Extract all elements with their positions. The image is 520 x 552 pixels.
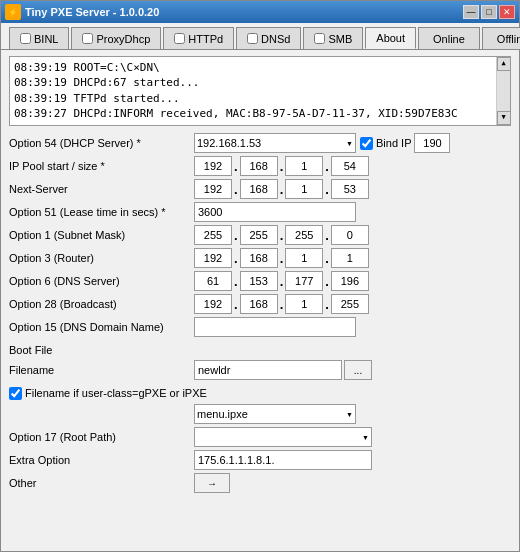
opt3-octet-d[interactable]	[331, 248, 369, 268]
bind-ip-checkbox[interactable]	[360, 137, 373, 150]
opt54-row: Option 54 (DHCP Server) * 192.168.1.53 B…	[9, 132, 511, 154]
tab-httpd[interactable]: HTTPd	[163, 27, 234, 49]
nextserver-octet-b[interactable]	[240, 179, 278, 199]
opt51-input[interactable]	[194, 202, 356, 222]
opt6-ip-group: . . .	[194, 271, 369, 291]
tab-offline[interactable]: Offline	[482, 27, 520, 49]
ip-dot-3: .	[325, 159, 329, 174]
ip-dot-5: .	[280, 182, 284, 197]
scroll-up-button[interactable]: ▲	[497, 57, 511, 71]
opt6-octet-b[interactable]	[240, 271, 278, 291]
menu-dropdown-wrapper: menu.ipxe	[194, 404, 356, 424]
scroll-thumb[interactable]	[497, 71, 510, 111]
ippool-octet-a[interactable]	[194, 156, 232, 176]
opt3-octet-c[interactable]	[285, 248, 323, 268]
smb-checkbox[interactable]	[314, 33, 325, 44]
minimize-button[interactable]: —	[463, 5, 479, 19]
binl-checkbox[interactable]	[20, 33, 31, 44]
opt28-octet-a[interactable]	[194, 294, 232, 314]
opt3-octet-a[interactable]	[194, 248, 232, 268]
httpd-checkbox[interactable]	[174, 33, 185, 44]
bind-ip-input[interactable]	[414, 133, 450, 153]
nextserver-row: Next-Server . . .	[9, 178, 511, 200]
tab-httpd-label: HTTPd	[188, 33, 223, 45]
opt54-select[interactable]: 192.168.1.53	[194, 133, 356, 153]
log-line: 08:39:19 ROOT=C:\C×DN\	[14, 60, 490, 75]
window-title: Tiny PXE Server - 1.0.0.20	[25, 6, 159, 18]
opt17-row: Option 17 (Root Path)	[9, 426, 511, 448]
tab-offline-label: Offline	[497, 33, 520, 45]
opt28-octet-c[interactable]	[285, 294, 323, 314]
opt54-dropdown-wrapper: 192.168.1.53	[194, 133, 356, 153]
filename-input[interactable]	[194, 360, 342, 380]
nextserver-octet-d[interactable]	[331, 179, 369, 199]
opt6-row: Option 6 (DNS Server) . . .	[9, 270, 511, 292]
tab-binl[interactable]: BINL	[9, 27, 69, 49]
opt28-label: Option 28 (Broadcast)	[9, 298, 194, 310]
opt3-ip-group: . . .	[194, 248, 369, 268]
opt6-label: Option 6 (DNS Server)	[9, 275, 194, 287]
other-arrow-icon: →	[207, 478, 217, 489]
extra-label: Extra Option	[9, 454, 194, 466]
log-content: 08:39:19 ROOT=C:\C×DN\08:39:19 DHCPd:67 …	[14, 60, 506, 122]
opt1-octet-b[interactable]	[240, 225, 278, 245]
opt3-octet-b[interactable]	[240, 248, 278, 268]
opt51-label: Option 51 (Lease time in secs) *	[9, 206, 194, 218]
opt15-input[interactable]	[194, 317, 356, 337]
opt1-octet-a[interactable]	[194, 225, 232, 245]
ip-dot-4: .	[234, 182, 238, 197]
opt28-octet-d[interactable]	[331, 294, 369, 314]
tab-about[interactable]: About	[365, 27, 416, 49]
opt15-row: Option 15 (DNS Domain Name)	[9, 316, 511, 338]
boot-file-label: Boot File	[9, 344, 52, 356]
scroll-down-button[interactable]: ▼	[497, 111, 511, 125]
opt1-octet-c[interactable]	[285, 225, 323, 245]
extra-row: Extra Option	[9, 449, 511, 471]
filename-row: Filename ...	[9, 359, 511, 381]
close-button[interactable]: ✕	[499, 5, 515, 19]
opt17-dropdown-wrapper	[194, 427, 372, 447]
tab-online[interactable]: Online	[418, 27, 480, 49]
tab-bar: BINL ProxyDhcp HTTPd DNSd SMB About Onli…	[1, 23, 519, 49]
bind-ip-label: Bind IP	[376, 137, 411, 149]
app-icon: ⚡	[5, 4, 21, 20]
log-line: 08:39:19 DHCPd:67 started...	[14, 75, 490, 90]
other-label: Other	[9, 477, 194, 489]
opt6-octet-c[interactable]	[285, 271, 323, 291]
extra-input[interactable]	[194, 450, 372, 470]
maximize-button[interactable]: □	[481, 5, 497, 19]
cb-filename-checkbox[interactable]	[9, 387, 22, 400]
proxydhcp-checkbox[interactable]	[82, 33, 93, 44]
opt15-label: Option 15 (DNS Domain Name)	[9, 321, 194, 333]
opt28-octet-b[interactable]	[240, 294, 278, 314]
log-box: 08:39:19 ROOT=C:\C×DN\08:39:19 DHCPd:67 …	[9, 56, 511, 126]
ippool-octet-d[interactable]	[331, 156, 369, 176]
tab-dnsd[interactable]: DNSd	[236, 27, 301, 49]
cb-filename-row: Filename if user-class=gPXE or iPXE	[9, 382, 511, 404]
menu-select[interactable]: menu.ipxe	[194, 404, 356, 424]
opt28-row: Option 28 (Broadcast) . . .	[9, 293, 511, 315]
nextserver-label: Next-Server	[9, 183, 194, 195]
browse-button[interactable]: ...	[344, 360, 372, 380]
content-area: 08:39:19 ROOT=C:\C×DN\08:39:19 DHCPd:67 …	[1, 49, 519, 551]
opt28-ip-group: . . .	[194, 294, 369, 314]
ippool-label: IP Pool start / size *	[9, 160, 194, 172]
opt6-octet-d[interactable]	[331, 271, 369, 291]
tab-smb[interactable]: SMB	[303, 27, 363, 49]
opt6-octet-a[interactable]	[194, 271, 232, 291]
other-arrow-button[interactable]: →	[194, 473, 230, 493]
nextserver-octet-c[interactable]	[285, 179, 323, 199]
opt3-row: Option 3 (Router) . . .	[9, 247, 511, 269]
dnsd-checkbox[interactable]	[247, 33, 258, 44]
log-line: 08:39:27 DHCPd:INFORM received, MAC:B8-9…	[14, 106, 490, 121]
ip-dot-2: .	[280, 159, 284, 174]
nextserver-octet-a[interactable]	[194, 179, 232, 199]
cb-filename-label: Filename if user-class=gPXE or iPXE	[25, 387, 207, 399]
tab-proxydhcp[interactable]: ProxyDhcp	[71, 27, 161, 49]
opt17-select[interactable]	[194, 427, 372, 447]
opt1-ip-group: . . .	[194, 225, 369, 245]
opt1-octet-d[interactable]	[331, 225, 369, 245]
opt1-row: Option 1 (Subnet Mask) . . .	[9, 224, 511, 246]
ippool-octet-b[interactable]	[240, 156, 278, 176]
ippool-octet-c[interactable]	[285, 156, 323, 176]
